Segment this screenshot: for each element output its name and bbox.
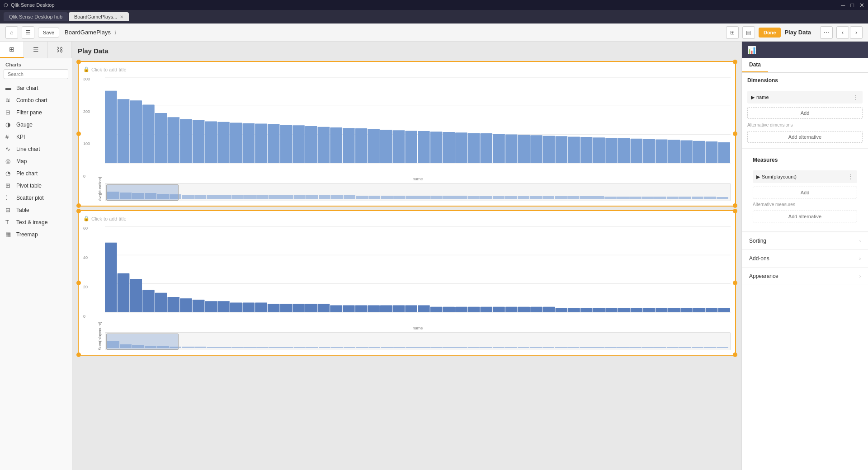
svg-rect-92 (530, 307, 542, 312)
kpi-icon: # (5, 133, 13, 140)
sidebar-item-kpi[interactable]: # KPI (0, 131, 72, 143)
resize-handle-tr[interactable] (733, 60, 737, 64)
resize2-handle-tl[interactable] (76, 209, 81, 213)
close-btn[interactable]: ✕ (859, 2, 864, 9)
chart1-container[interactable]: 🔒 Click to add title 300 200 100 0 Avg(d… (78, 61, 736, 207)
resize-handle-tl[interactable] (76, 60, 81, 64)
svg-rect-101 (643, 308, 655, 312)
add-dimension-button[interactable]: Add (747, 107, 863, 119)
gauge-icon: ◑ (5, 121, 13, 128)
resize-handle-bl[interactable] (76, 203, 81, 208)
resize2-handle-br[interactable] (733, 352, 737, 357)
svg-rect-30 (430, 132, 443, 163)
resize-handle-ml[interactable] (76, 132, 81, 136)
sidebar-item-map[interactable]: ◎ Map (0, 155, 72, 167)
minimize-btn[interactable]: ─ (841, 2, 845, 9)
sidebar-item-filter-pane[interactable]: ⊟ Filter pane (0, 106, 72, 118)
svg-rect-39 (543, 136, 555, 163)
tab-close-icon[interactable]: ✕ (120, 14, 123, 19)
svg-rect-15 (242, 123, 255, 163)
addons-item[interactable]: Add-ons › (742, 250, 868, 268)
resize2-handle-mr[interactable] (733, 281, 737, 285)
text-image-icon: T (5, 219, 13, 226)
chart2-container[interactable]: 🔒 Click to add title 60 40 20 0 Sum(play… (78, 210, 736, 356)
more-options-btn[interactable]: ⋯ (820, 26, 833, 39)
dimension-name-item[interactable]: ▶ name ⋮ (747, 91, 863, 103)
sidebar-item-bar-chart[interactable]: ▬ Bar chart (0, 82, 72, 94)
done-button[interactable]: Done (759, 28, 781, 38)
filter-pane-icon: ⊟ (5, 109, 13, 116)
chart2-title[interactable]: 🔒 Click to add title (83, 216, 731, 221)
svg-rect-84 (430, 307, 443, 312)
play-data-label: Play Data (784, 29, 811, 36)
add-measure-button[interactable]: Add (753, 187, 857, 198)
svg-rect-87 (468, 307, 480, 312)
resize2-handle-tr[interactable] (733, 209, 737, 213)
chart1-mini-bars (105, 190, 730, 199)
nav-back-btn[interactable]: ‹ (836, 26, 849, 39)
treemap-icon: ▦ (5, 231, 13, 238)
sidebar-item-line-chart[interactable]: ∿ Line chart (0, 143, 72, 155)
resize2-handle-ml[interactable] (76, 281, 81, 285)
svg-rect-68 (230, 302, 242, 312)
tab-board[interactable]: BoardGamePlays... ✕ (69, 12, 129, 21)
svg-rect-102 (656, 308, 668, 312)
sidebar-item-text-image[interactable]: T Text & image (0, 216, 72, 228)
add-alt-measure-button[interactable]: Add alternative (753, 211, 857, 222)
sidebar-item-pie-chart[interactable]: ◔ Pie chart (0, 167, 72, 179)
panel-objects-icon[interactable]: ☰ (24, 42, 48, 58)
save-button[interactable]: Save (38, 28, 59, 38)
chart1-scroll[interactable] (105, 183, 731, 201)
svg-rect-48 (656, 140, 668, 163)
chart1-scroll-thumb[interactable] (106, 184, 179, 201)
panel-charts-icon[interactable]: ⊞ (0, 42, 24, 58)
svg-rect-4 (105, 91, 117, 163)
chart2-x-label: name (105, 326, 731, 330)
search-input[interactable] (4, 69, 68, 79)
sheet-options-btn[interactable]: ▤ (742, 26, 755, 39)
measures-label: Measures (753, 157, 778, 163)
sidebar-item-gauge[interactable]: ◑ Gauge (0, 118, 72, 131)
maximize-btn[interactable]: □ (850, 2, 854, 9)
sidebar-item-table[interactable]: ⊟ Table (0, 204, 72, 216)
sidebar-item-pivot-table[interactable]: ⊞ Pivot table (0, 179, 72, 192)
menu-btn[interactable]: ☰ (22, 26, 34, 39)
svg-rect-43 (593, 137, 605, 163)
bar-chart-icon: ▬ (5, 85, 13, 91)
chart2-y-label: Sum(playcount) (98, 224, 102, 350)
nav-forward-btn[interactable]: › (850, 26, 863, 39)
measure-menu-icon[interactable]: ⋮ (847, 173, 854, 180)
sorting-item[interactable]: Sorting › (742, 232, 868, 250)
svg-rect-26 (380, 130, 392, 163)
measures-header[interactable]: Measures (747, 152, 863, 168)
tab-hub[interactable]: Qlik Sense Desktop hub (4, 12, 68, 21)
dim-name-label: name (756, 94, 769, 100)
dim-menu-icon[interactable]: ⋮ (853, 94, 859, 101)
sidebar-item-combo-chart[interactable]: ≋ Combo chart (0, 94, 72, 106)
svg-rect-49 (668, 140, 680, 163)
appearance-item[interactable]: Appearance › (742, 268, 868, 285)
chart2-scroll[interactable] (105, 332, 731, 350)
sidebar-item-scatter-plot[interactable]: ⁚ Scatter plot (0, 192, 72, 204)
chart2-svg (105, 224, 731, 324)
measure-playcount-item[interactable]: ▶ Sum(playcount) ⋮ (753, 170, 857, 183)
chart1-title[interactable]: 🔒 Click to add title (83, 66, 731, 72)
bottom-section: Sorting › Add-ons › Appearance › (742, 232, 868, 285)
dimensions-header[interactable]: Dimensions (742, 73, 868, 88)
view-options-btn[interactable]: ⊞ (726, 26, 739, 39)
home-btn[interactable]: ⌂ (5, 26, 18, 39)
chart2-scroll-thumb[interactable] (106, 334, 179, 350)
resize-handle-br[interactable] (733, 203, 737, 208)
alt-measures-label: Alternative measures (753, 202, 857, 207)
svg-rect-94 (555, 308, 567, 312)
tab-data[interactable]: Data (742, 58, 768, 72)
resize2-handle-bl[interactable] (76, 352, 81, 357)
svg-rect-21 (318, 127, 330, 163)
dimensions-section: Dimensions ▶ name ⋮ Add Alternative dime… (742, 73, 868, 149)
map-icon: ◎ (5, 158, 13, 164)
resize-handle-mr[interactable] (733, 132, 737, 136)
svg-rect-50 (680, 140, 693, 163)
sidebar-item-treemap[interactable]: ▦ Treemap (0, 228, 72, 240)
add-alt-dimension-button[interactable]: Add alternative (747, 131, 863, 143)
panel-assets-icon[interactable]: ⛓ (48, 42, 72, 58)
